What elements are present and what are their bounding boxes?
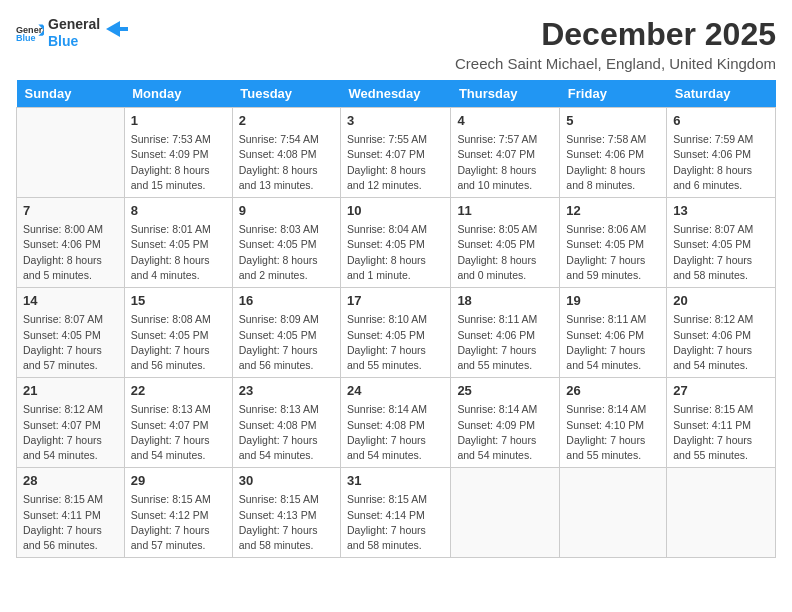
day-info: Sunrise: 8:00 AMSunset: 4:06 PMDaylight:…: [23, 222, 118, 283]
calendar-cell: 26Sunrise: 8:14 AMSunset: 4:10 PMDayligh…: [560, 378, 667, 468]
logo-blue: Blue: [48, 33, 100, 50]
calendar-cell: 8Sunrise: 8:01 AMSunset: 4:05 PMDaylight…: [124, 198, 232, 288]
calendar-cell: 12Sunrise: 8:06 AMSunset: 4:05 PMDayligh…: [560, 198, 667, 288]
day-number: 30: [239, 472, 334, 490]
day-number: 4: [457, 112, 553, 130]
day-number: 14: [23, 292, 118, 310]
calendar-cell: 1Sunrise: 7:53 AMSunset: 4:09 PMDaylight…: [124, 108, 232, 198]
day-number: 26: [566, 382, 660, 400]
calendar-cell: 2Sunrise: 7:54 AMSunset: 4:08 PMDaylight…: [232, 108, 340, 198]
calendar-cell: 23Sunrise: 8:13 AMSunset: 4:08 PMDayligh…: [232, 378, 340, 468]
day-info: Sunrise: 7:59 AMSunset: 4:06 PMDaylight:…: [673, 132, 769, 193]
calendar-cell: 31Sunrise: 8:15 AMSunset: 4:14 PMDayligh…: [341, 468, 451, 558]
calendar-cell: [17, 108, 125, 198]
calendar-cell: 30Sunrise: 8:15 AMSunset: 4:13 PMDayligh…: [232, 468, 340, 558]
day-info: Sunrise: 8:15 AMSunset: 4:11 PMDaylight:…: [673, 402, 769, 463]
day-info: Sunrise: 8:12 AMSunset: 4:06 PMDaylight:…: [673, 312, 769, 373]
calendar-cell: 9Sunrise: 8:03 AMSunset: 4:05 PMDaylight…: [232, 198, 340, 288]
day-info: Sunrise: 8:15 AMSunset: 4:14 PMDaylight:…: [347, 492, 444, 553]
calendar-week-row: 7Sunrise: 8:00 AMSunset: 4:06 PMDaylight…: [17, 198, 776, 288]
svg-marker-3: [106, 21, 128, 37]
calendar-cell: 22Sunrise: 8:13 AMSunset: 4:07 PMDayligh…: [124, 378, 232, 468]
calendar-cell: 25Sunrise: 8:14 AMSunset: 4:09 PMDayligh…: [451, 378, 560, 468]
day-number: 29: [131, 472, 226, 490]
day-info: Sunrise: 7:55 AMSunset: 4:07 PMDaylight:…: [347, 132, 444, 193]
day-info: Sunrise: 8:15 AMSunset: 4:11 PMDaylight:…: [23, 492, 118, 553]
day-info: Sunrise: 8:15 AMSunset: 4:12 PMDaylight:…: [131, 492, 226, 553]
calendar-week-row: 21Sunrise: 8:12 AMSunset: 4:07 PMDayligh…: [17, 378, 776, 468]
day-number: 1: [131, 112, 226, 130]
day-info: Sunrise: 8:01 AMSunset: 4:05 PMDaylight:…: [131, 222, 226, 283]
day-number: 21: [23, 382, 118, 400]
calendar-cell: 6Sunrise: 7:59 AMSunset: 4:06 PMDaylight…: [667, 108, 776, 198]
calendar-week-row: 1Sunrise: 7:53 AMSunset: 4:09 PMDaylight…: [17, 108, 776, 198]
calendar-week-row: 14Sunrise: 8:07 AMSunset: 4:05 PMDayligh…: [17, 288, 776, 378]
calendar-cell: [667, 468, 776, 558]
day-number: 20: [673, 292, 769, 310]
calendar-cell: 17Sunrise: 8:10 AMSunset: 4:05 PMDayligh…: [341, 288, 451, 378]
weekday-header-friday: Friday: [560, 80, 667, 108]
day-info: Sunrise: 8:14 AMSunset: 4:10 PMDaylight:…: [566, 402, 660, 463]
day-number: 7: [23, 202, 118, 220]
day-number: 25: [457, 382, 553, 400]
day-info: Sunrise: 8:10 AMSunset: 4:05 PMDaylight:…: [347, 312, 444, 373]
day-number: 6: [673, 112, 769, 130]
calendar-cell: 18Sunrise: 8:11 AMSunset: 4:06 PMDayligh…: [451, 288, 560, 378]
calendar-cell: 13Sunrise: 8:07 AMSunset: 4:05 PMDayligh…: [667, 198, 776, 288]
day-info: Sunrise: 7:54 AMSunset: 4:08 PMDaylight:…: [239, 132, 334, 193]
day-info: Sunrise: 8:07 AMSunset: 4:05 PMDaylight:…: [673, 222, 769, 283]
day-number: 11: [457, 202, 553, 220]
day-info: Sunrise: 8:15 AMSunset: 4:13 PMDaylight:…: [239, 492, 334, 553]
calendar-cell: 14Sunrise: 8:07 AMSunset: 4:05 PMDayligh…: [17, 288, 125, 378]
day-number: 18: [457, 292, 553, 310]
weekday-header-saturday: Saturday: [667, 80, 776, 108]
logo: General Blue General Blue: [16, 16, 128, 50]
day-number: 16: [239, 292, 334, 310]
day-number: 23: [239, 382, 334, 400]
calendar-cell: 29Sunrise: 8:15 AMSunset: 4:12 PMDayligh…: [124, 468, 232, 558]
svg-text:Blue: Blue: [16, 33, 36, 43]
day-info: Sunrise: 8:14 AMSunset: 4:08 PMDaylight:…: [347, 402, 444, 463]
location-subtitle: Creech Saint Michael, England, United Ki…: [455, 55, 776, 72]
day-info: Sunrise: 7:58 AMSunset: 4:06 PMDaylight:…: [566, 132, 660, 193]
day-info: Sunrise: 8:04 AMSunset: 4:05 PMDaylight:…: [347, 222, 444, 283]
calendar-cell: 10Sunrise: 8:04 AMSunset: 4:05 PMDayligh…: [341, 198, 451, 288]
day-number: 27: [673, 382, 769, 400]
day-info: Sunrise: 8:13 AMSunset: 4:07 PMDaylight:…: [131, 402, 226, 463]
day-info: Sunrise: 8:07 AMSunset: 4:05 PMDaylight:…: [23, 312, 118, 373]
day-info: Sunrise: 8:09 AMSunset: 4:05 PMDaylight:…: [239, 312, 334, 373]
logo-general: General: [48, 16, 100, 33]
weekday-header-tuesday: Tuesday: [232, 80, 340, 108]
day-number: 15: [131, 292, 226, 310]
page-header: General Blue General Blue December 2025 …: [16, 16, 776, 72]
day-number: 5: [566, 112, 660, 130]
day-number: 24: [347, 382, 444, 400]
day-info: Sunrise: 8:06 AMSunset: 4:05 PMDaylight:…: [566, 222, 660, 283]
calendar-cell: 27Sunrise: 8:15 AMSunset: 4:11 PMDayligh…: [667, 378, 776, 468]
month-title: December 2025: [455, 16, 776, 53]
calendar-cell: 15Sunrise: 8:08 AMSunset: 4:05 PMDayligh…: [124, 288, 232, 378]
day-number: 28: [23, 472, 118, 490]
day-number: 9: [239, 202, 334, 220]
calendar-cell: 20Sunrise: 8:12 AMSunset: 4:06 PMDayligh…: [667, 288, 776, 378]
day-number: 8: [131, 202, 226, 220]
day-number: 19: [566, 292, 660, 310]
day-info: Sunrise: 8:14 AMSunset: 4:09 PMDaylight:…: [457, 402, 553, 463]
day-info: Sunrise: 7:57 AMSunset: 4:07 PMDaylight:…: [457, 132, 553, 193]
calendar-cell: 16Sunrise: 8:09 AMSunset: 4:05 PMDayligh…: [232, 288, 340, 378]
day-info: Sunrise: 8:08 AMSunset: 4:05 PMDaylight:…: [131, 312, 226, 373]
weekday-header-monday: Monday: [124, 80, 232, 108]
logo-icon: General Blue: [16, 23, 44, 43]
calendar-cell: 3Sunrise: 7:55 AMSunset: 4:07 PMDaylight…: [341, 108, 451, 198]
weekday-header-sunday: Sunday: [17, 80, 125, 108]
calendar-cell: 7Sunrise: 8:00 AMSunset: 4:06 PMDaylight…: [17, 198, 125, 288]
day-number: 10: [347, 202, 444, 220]
day-number: 2: [239, 112, 334, 130]
day-info: Sunrise: 8:03 AMSunset: 4:05 PMDaylight:…: [239, 222, 334, 283]
calendar-cell: [451, 468, 560, 558]
weekday-header-wednesday: Wednesday: [341, 80, 451, 108]
calendar-cell: 21Sunrise: 8:12 AMSunset: 4:07 PMDayligh…: [17, 378, 125, 468]
calendar-table: SundayMondayTuesdayWednesdayThursdayFrid…: [16, 80, 776, 558]
day-number: 22: [131, 382, 226, 400]
calendar-cell: 4Sunrise: 7:57 AMSunset: 4:07 PMDaylight…: [451, 108, 560, 198]
